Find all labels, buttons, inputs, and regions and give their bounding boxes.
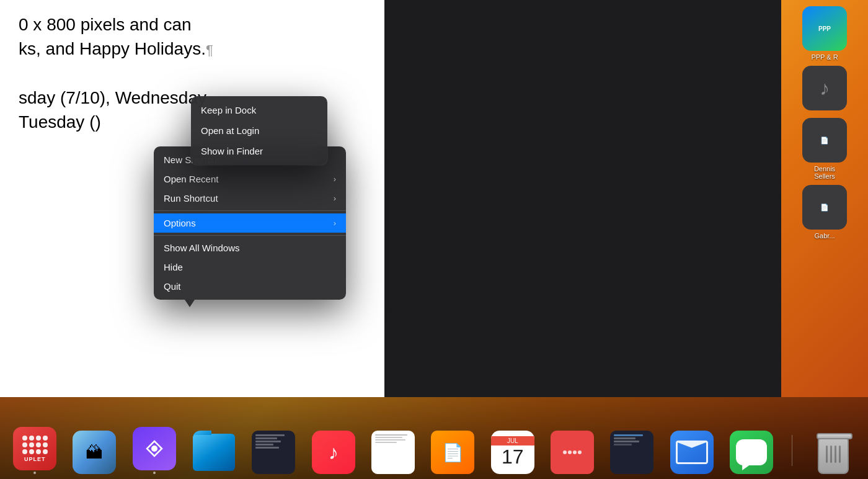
desktop-icon-music-file[interactable]: ♪ xyxy=(794,66,856,113)
dock-item-thumb1[interactable] xyxy=(252,431,295,474)
menu-item-run-shortcut[interactable]: Run Shortcut › xyxy=(154,189,346,208)
uplet-dots-grid xyxy=(22,436,48,454)
messages-tail xyxy=(742,464,751,470)
calendar-date: 17 xyxy=(491,445,534,468)
dock-item-music[interactable]: ♪ xyxy=(312,431,355,474)
dock-item-mail[interactable] xyxy=(670,431,714,474)
pages-thumb-icon: 📄 xyxy=(431,431,474,474)
dock-item-folder[interactable] xyxy=(192,431,236,474)
uplet-text: UPLET xyxy=(24,456,46,462)
doc-line-2: ks, and Happy Holidays.¶ xyxy=(19,37,366,61)
menu-item-quit[interactable]: Quit xyxy=(154,277,346,296)
dock-items-container: UPLET 🏔 xyxy=(6,427,862,474)
dock-item-preview[interactable]: 🏔 xyxy=(73,431,116,474)
folder-tab xyxy=(193,431,211,435)
ppp-icon: PPP xyxy=(802,6,847,51)
options-submenu: Keep in Dock Open at Login Show in Finde… xyxy=(191,96,327,165)
desktop-icon-gabriel[interactable]: 📄 Gabr... xyxy=(794,185,856,240)
mail-envelope xyxy=(676,441,708,464)
gabriel-label: Gabr... xyxy=(814,232,835,240)
folder-icon xyxy=(192,431,236,474)
calendar-icon: JUL 17 xyxy=(491,431,534,474)
paragraph-mark: ¶ xyxy=(206,42,213,58)
uplet-icon: UPLET xyxy=(13,427,56,470)
menu-separator-2 xyxy=(154,235,346,236)
submenu-item-show-in-finder[interactable]: Show in Finder xyxy=(191,141,327,161)
dock-item-shortcuts[interactable] xyxy=(133,427,176,474)
submenu-item-keep-in-dock[interactable]: Keep in Dock xyxy=(191,100,327,120)
svg-point-0 xyxy=(151,445,157,452)
trash-body xyxy=(818,438,849,474)
uplet-thumb-content xyxy=(551,431,594,474)
music-file-icon: ♪ xyxy=(802,66,847,110)
dennis-label: DennisSellers xyxy=(814,165,835,180)
context-menu: New Shortcut Open Recent › Run Shortcut … xyxy=(154,146,346,300)
uplet-running-indicator xyxy=(33,472,36,474)
menu-item-options[interactable]: Options › xyxy=(154,213,346,233)
pages-icon-symbol: 📄 xyxy=(442,442,464,463)
pages-thumb-content: 📄 xyxy=(431,431,474,474)
shortcuts-running-indicator xyxy=(153,472,156,474)
trash-lines xyxy=(819,439,848,463)
menu-separator-1 xyxy=(154,210,346,211)
shortcuts-svg xyxy=(142,436,167,461)
dock-item-messages[interactable] xyxy=(730,431,773,474)
ppp-label: PPP & R xyxy=(811,53,838,61)
uplet-thumb-dots xyxy=(563,450,582,454)
messages-bubble xyxy=(736,439,767,465)
doc-line-1: 0 x 800 pixels and can xyxy=(19,12,366,37)
music-icon: ♪ xyxy=(312,431,355,474)
doc-thumb-icon xyxy=(371,431,415,474)
run-shortcut-arrow: › xyxy=(334,194,336,203)
shortcuts-icon xyxy=(133,427,176,470)
music-symbol: ♪ xyxy=(329,441,339,464)
doc-thumb-content xyxy=(371,431,415,474)
thumb1-content xyxy=(252,431,295,474)
folder-body xyxy=(193,434,235,471)
dock-item-doc-thumb[interactable] xyxy=(371,431,415,474)
thumb1-icon xyxy=(252,431,295,474)
ppp-icon-label: PPP xyxy=(818,25,831,32)
app-window xyxy=(384,0,781,397)
dennis-icon: 📄 xyxy=(802,118,847,163)
preview-icon-inner: 🏔 xyxy=(73,431,116,474)
preview-icon: 🏔 xyxy=(73,431,116,474)
desktop-icons-area: PPP PPP & R ♪ 📄 DennisSellers 📄 Gabr... xyxy=(781,0,868,397)
dock-item-thumb2[interactable] xyxy=(610,431,653,474)
menu-item-show-all-windows[interactable]: Show All Windows xyxy=(154,238,346,257)
mail-flap xyxy=(678,442,706,452)
menu-item-hide[interactable]: Hide xyxy=(154,257,346,277)
uplet-thumb-icon xyxy=(551,431,594,474)
dock-item-pages-thumb[interactable]: 📄 xyxy=(431,431,474,474)
options-arrow: › xyxy=(334,218,336,228)
submenu-item-open-at-login[interactable]: Open at Login xyxy=(191,120,327,141)
desktop-icon-ppp[interactable]: PPP PPP & R xyxy=(794,6,856,61)
thumb2-icon xyxy=(610,431,653,474)
dock-item-uplet-thumb[interactable] xyxy=(551,431,594,474)
desktop-icon-dennis[interactable]: 📄 DennisSellers xyxy=(794,118,856,180)
trash-icon xyxy=(812,431,855,474)
open-recent-arrow: › xyxy=(334,174,336,184)
gabriel-icon: 📄 xyxy=(802,185,847,230)
dock: UPLET 🏔 xyxy=(0,397,868,479)
mail-icon xyxy=(670,431,714,474)
messages-icon xyxy=(730,431,773,474)
thumb2-content xyxy=(610,431,653,474)
dock-separator xyxy=(792,435,792,466)
calendar-month: JUL xyxy=(491,436,534,445)
dock-item-trash[interactable] xyxy=(812,431,855,474)
trash-lid xyxy=(817,433,852,439)
menu-item-open-recent[interactable]: Open Recent › xyxy=(154,169,346,189)
dock-item-calendar[interactable]: JUL 17 xyxy=(491,431,534,474)
dock-item-uplet[interactable]: UPLET xyxy=(13,427,56,474)
